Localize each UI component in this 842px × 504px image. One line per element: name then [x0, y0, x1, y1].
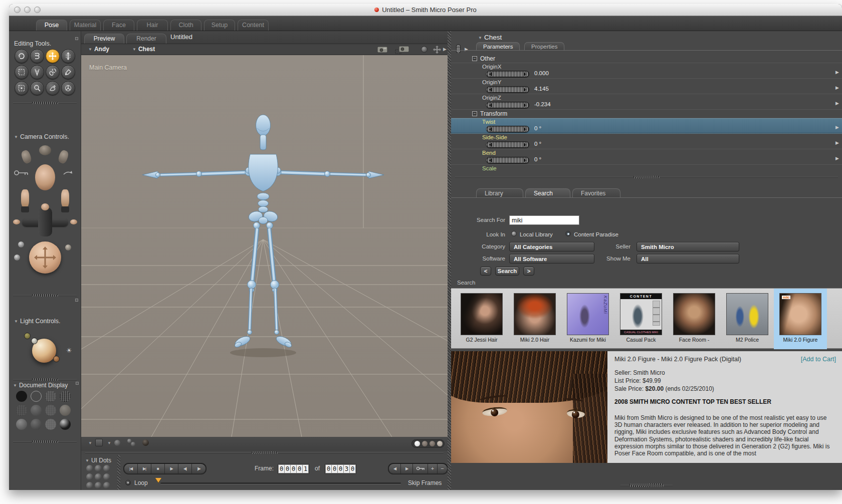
result-item[interactable]: M2 Police [721, 289, 774, 349]
camera-dot-2[interactable] [65, 244, 71, 250]
param-menu-arrow[interactable]: ▶ [835, 70, 839, 75]
display-lit-wireframe-button[interactable] [16, 405, 27, 416]
collapse-triangle-icon[interactable]: ▼ [14, 135, 18, 139]
collapse-triangle-icon[interactable]: ▼ [13, 383, 17, 388]
display-render-style-button[interactable] [60, 419, 71, 430]
ui-dot-4[interactable] [86, 473, 93, 480]
flyaround-camera-icon[interactable] [39, 145, 51, 155]
panel-divider-grip[interactable] [9, 294, 81, 297]
bend-dial[interactable] [486, 157, 529, 163]
rotate-tool-button[interactable] [15, 49, 29, 63]
dolly-cross-vertical[interactable] [38, 207, 52, 236]
twist-dial[interactable] [486, 126, 529, 132]
style-dot[interactable] [430, 441, 435, 446]
display-flat-shaded-button[interactable] [31, 405, 42, 416]
result-item-selected[interactable]: miki Miki 2.0 Figure [774, 289, 827, 349]
radio-local-library-label[interactable]: Local Library [520, 231, 553, 237]
footer-resize-grip[interactable] [629, 483, 664, 487]
translate-inout-tool-button[interactable] [61, 49, 75, 63]
camera-icon[interactable] [377, 46, 388, 53]
loop-indicator[interactable] [125, 480, 131, 485]
ui-dot-5[interactable] [95, 473, 102, 480]
skip-frames-label[interactable]: Skip Frames [408, 479, 442, 486]
result-item[interactable]: G2 Jessi Hair [455, 289, 508, 349]
display-hidden-line-button[interactable] [60, 391, 71, 402]
view-magnifier-tool-button[interactable] [30, 81, 44, 95]
light-dot-3[interactable] [53, 356, 60, 362]
display-texture-shaded-button[interactable] [45, 419, 56, 430]
ui-dot-3[interactable] [103, 465, 110, 472]
tab-content[interactable]: Content [238, 20, 269, 31]
tab-favorites[interactable]: Favorites [572, 188, 620, 198]
group-transform[interactable]: −Transform [451, 110, 842, 118]
tab-material[interactable]: Material [70, 20, 101, 31]
param-menu-arrow[interactable]: ▶ [835, 125, 839, 130]
direct-manipulation-tool-button[interactable] [61, 81, 75, 95]
side-side-dial[interactable] [486, 141, 529, 148]
add-to-cart-link[interactable]: [Add to Cart] [801, 356, 836, 363]
category-dropdown[interactable]: All Categories [509, 242, 594, 251]
tab-hair[interactable]: Hair [137, 20, 168, 31]
right-hand-camera-icon[interactable] [57, 149, 69, 164]
param-menu-arrow[interactable]: ▶ [835, 156, 839, 161]
move-cross-icon[interactable] [433, 46, 441, 54]
tab-search[interactable]: Search [525, 188, 570, 198]
panel-divider-grip[interactable] [9, 440, 81, 443]
edit-keyframes-button[interactable] [413, 464, 428, 473]
face-camera-icon[interactable] [35, 164, 55, 190]
key-icon[interactable] [13, 169, 30, 176]
actor-menu[interactable]: ▼Chest [132, 46, 155, 53]
rotate-arrow-icon[interactable] [62, 169, 74, 176]
display-smooth-shaded-button[interactable] [16, 419, 27, 430]
play-button[interactable]: ▶ [165, 464, 178, 473]
light-dot-2[interactable] [31, 338, 38, 344]
style-dark-sphere-icon[interactable] [142, 439, 149, 446]
current-frame-counter[interactable]: 00001 [278, 464, 309, 474]
panel-divider-grip[interactable] [9, 101, 81, 105]
depth-cue-dropdown-icon[interactable]: ▼ [88, 441, 92, 445]
timeline-divider-grip[interactable] [81, 451, 448, 454]
taper-tool-button[interactable] [30, 65, 44, 79]
tab-face[interactable]: Face [103, 20, 134, 31]
tab-preview[interactable]: Preview [84, 34, 124, 44]
display-cartoon-button[interactable] [60, 405, 71, 416]
tab-cloth[interactable]: Cloth [170, 20, 201, 31]
param-menu-arrow[interactable]: ▶ [835, 101, 839, 106]
grouping-tool-button[interactable] [15, 81, 29, 95]
ui-dot-1[interactable] [86, 465, 93, 472]
left-hand-camera-icon[interactable] [20, 149, 32, 164]
detach-icon[interactable] [75, 299, 78, 302]
display-smooth-lined-button[interactable] [31, 419, 42, 430]
ui-dot-2[interactable] [95, 465, 102, 472]
detach-icon[interactable] [76, 382, 79, 385]
stop-button[interactable]: ■ [151, 464, 165, 473]
timeline-scrubber[interactable] [155, 478, 161, 482]
first-frame-button[interactable]: |◀ [124, 464, 138, 473]
next-page-button[interactable]: > [523, 267, 534, 276]
scale-tool-button[interactable] [15, 65, 29, 79]
translate-pull-tool-button[interactable] [46, 49, 60, 63]
result-item[interactable]: Face Room - [668, 289, 721, 349]
seller-dropdown[interactable]: Smith Micro [637, 242, 739, 251]
display-flat-lined-button[interactable] [45, 405, 56, 416]
software-dropdown[interactable]: All Software [509, 254, 594, 264]
ui-dot-9[interactable] [103, 482, 110, 489]
display-silhouette-button[interactable] [16, 391, 27, 402]
prev-page-button[interactable]: < [480, 267, 491, 276]
viewport[interactable]: Main Camera [81, 55, 448, 437]
tab-render[interactable]: Render [126, 34, 166, 44]
style-dot-active[interactable] [414, 441, 420, 446]
sphere-rotate-icon[interactable] [421, 46, 428, 53]
radio-content-paradise[interactable] [565, 231, 571, 236]
result-item[interactable]: CONTENTCASUAL CLOTHES MIKI Casual Pack [614, 289, 668, 349]
ui-dot-6[interactable] [103, 473, 110, 480]
group-other[interactable]: −Other [451, 55, 842, 63]
camera-select-icon[interactable] [395, 46, 410, 54]
light-dot-1[interactable] [24, 333, 31, 339]
style-dot[interactable] [437, 441, 443, 446]
tab-pose[interactable]: Pose [36, 20, 67, 31]
originz-dial[interactable] [486, 102, 529, 108]
brightness-sun-icon[interactable]: ☀ [66, 347, 72, 354]
search-input[interactable] [509, 215, 579, 225]
tab-properties[interactable]: Properties [524, 42, 564, 51]
